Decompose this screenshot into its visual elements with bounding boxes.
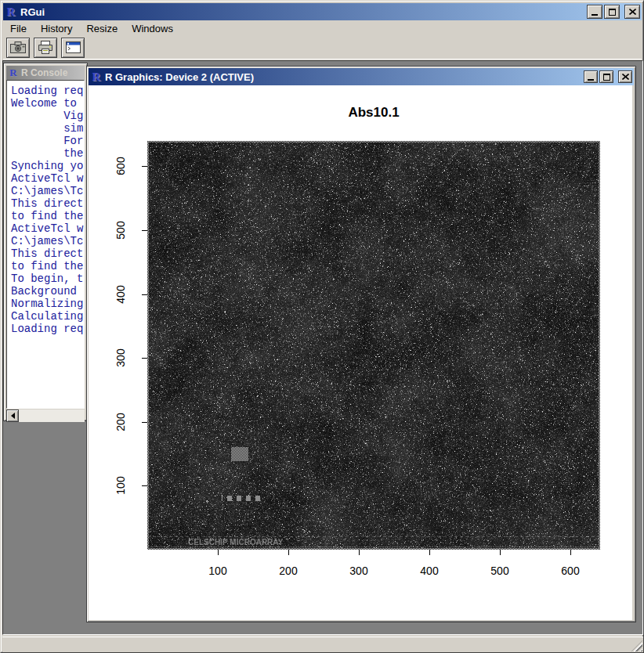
graphics-minimize-button[interactable] — [584, 70, 598, 83]
console-line: This directo — [11, 247, 84, 260]
close-button[interactable] — [624, 5, 640, 19]
y-tick — [142, 485, 147, 486]
console-line: Vig — [11, 110, 84, 122]
x-axis-label: 600 — [547, 565, 594, 577]
x-tick — [570, 550, 571, 555]
maximize-icon — [609, 9, 616, 16]
y-axis-label: 600 — [114, 144, 127, 188]
graphics-maximize-button[interactable] — [599, 70, 613, 83]
scroll-left-button[interactable] — [6, 409, 19, 422]
menu-resize[interactable]: Resize — [79, 21, 125, 36]
menubar: File History Resize Windows — [3, 20, 642, 36]
plot-title: Abs10.1 — [147, 105, 600, 121]
y-axis-label: 400 — [114, 272, 127, 316]
console-line: Loading requ — [11, 85, 84, 97]
statusbar — [2, 637, 643, 652]
print-button[interactable] — [34, 38, 57, 58]
menu-windows[interactable]: Windows — [125, 21, 180, 36]
console-line: Welcome to B — [11, 97, 84, 110]
printer-icon — [38, 41, 53, 54]
console-line: to find the — [11, 260, 84, 272]
mdi-client-area: R R Console Loading requ Welcome to B Vi… — [2, 60, 643, 635]
x-axis-label: 100 — [194, 565, 241, 577]
toolbar — [3, 36, 642, 60]
x-tick — [359, 550, 360, 555]
microarray-image — [147, 141, 600, 550]
console-titlebar[interactable]: R R Console — [6, 66, 85, 80]
console-line: C:\james\Tcl — [11, 185, 84, 197]
console-focus-button[interactable] — [61, 38, 85, 58]
graphics-window-title: R Graphics: Device 2 (ACTIVE) — [105, 71, 584, 83]
console-window-icon — [66, 41, 81, 53]
console-line: This directo — [11, 197, 84, 210]
arrow-left-icon — [11, 413, 15, 419]
menu-history[interactable]: History — [34, 21, 79, 36]
y-axis-label: 500 — [114, 208, 127, 252]
y-tick — [142, 422, 147, 423]
y-tick — [142, 166, 147, 167]
main-titlebar[interactable]: R RGui — [3, 3, 642, 20]
x-axis-label: 200 — [265, 565, 312, 577]
snapshot-button[interactable] — [6, 38, 30, 58]
console-line: C:\james\Tcl — [11, 235, 84, 247]
y-tick — [142, 294, 147, 295]
console-line: the — [11, 147, 84, 160]
minimize-icon — [588, 74, 594, 81]
rgui-app-icon: R — [5, 5, 17, 18]
x-axis-label: 400 — [406, 565, 453, 577]
y-tick — [142, 358, 147, 359]
console-horizontal-scrollbar[interactable] — [6, 409, 85, 422]
minimize-button[interactable] — [587, 5, 602, 19]
x-tick — [429, 550, 430, 555]
main-window-title: RGui — [20, 6, 587, 18]
x-tick — [218, 550, 219, 555]
x-axis-label: 300 — [335, 565, 382, 577]
console-line: sim — [11, 122, 84, 135]
rgui-main-window: R RGui File History Resize Windows — [0, 0, 644, 653]
close-icon — [629, 9, 636, 15]
console-line: For — [11, 135, 84, 147]
graphics-window-icon-small: R — [90, 70, 103, 83]
y-axis-label: 300 — [114, 336, 127, 380]
plot-area: Abs10.1 600 500 400 300 200 100 — [89, 85, 632, 620]
maximize-icon — [603, 74, 610, 81]
console-line: ActiveTcl wa — [11, 172, 84, 185]
console-line: Background c — [11, 285, 84, 298]
y-axis-label: 200 — [114, 400, 127, 444]
console-line: Normalizing — [11, 298, 84, 310]
graphics-window: R R Graphics: Device 2 (ACTIVE) Abs10.1 — [86, 66, 636, 622]
maximize-button[interactable] — [604, 5, 620, 19]
console-text-area[interactable]: Loading requ Welcome to B Vig sim For th… — [6, 80, 85, 409]
x-tick — [288, 550, 289, 555]
console-line: Loading requ — [11, 323, 84, 335]
y-tick — [142, 230, 147, 231]
minimize-icon — [592, 9, 598, 16]
console-line: to find the — [11, 210, 84, 222]
console-line: Calculating — [11, 310, 84, 323]
console-window-title: R Console — [21, 67, 83, 78]
x-axis-label: 500 — [476, 565, 523, 577]
console-line: Synching you — [11, 160, 84, 172]
camera-icon — [10, 41, 26, 53]
graphics-titlebar[interactable]: R R Graphics: Device 2 (ACTIVE) — [89, 68, 634, 85]
close-icon — [622, 74, 629, 80]
y-axis-label: 100 — [114, 464, 127, 507]
console-window: R R Console Loading requ Welcome to B Vi… — [3, 63, 88, 421]
console-line: To begin, ty — [11, 272, 84, 285]
x-tick — [500, 550, 501, 555]
resize-grip[interactable] — [631, 640, 642, 651]
console-line: ActiveTcl wa — [11, 222, 84, 235]
graphics-close-button[interactable] — [618, 70, 632, 83]
menu-file[interactable]: File — [3, 21, 34, 36]
console-window-icon-small: R — [8, 67, 19, 78]
